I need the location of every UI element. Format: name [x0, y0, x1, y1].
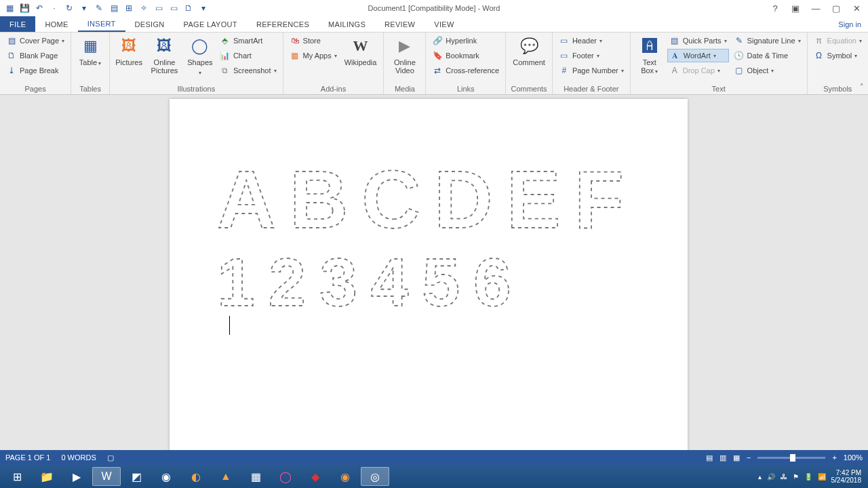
zoom-thumb[interactable]: [790, 454, 795, 462]
collapse-ribbon-icon[interactable]: ˄: [860, 83, 864, 92]
header-button[interactable]: ▭Header: [557, 34, 626, 47]
cover-page-button[interactable]: ▤Cover Page: [4, 34, 66, 47]
text-box-button[interactable]: 🅰Text Box: [635, 34, 665, 76]
status-bar: PAGE 1 OF 1 0 WORDS ▢ ▤ ▥ ▦ − + 100%: [0, 450, 868, 465]
status-proof-icon[interactable]: ▢: [107, 453, 114, 462]
view-read-icon[interactable]: ▤: [706, 453, 713, 462]
drop-cap-button[interactable]: ADrop Cap: [667, 64, 729, 77]
symbol-button[interactable]: ΩSymbol: [812, 49, 864, 62]
qa-icon-2[interactable]: ⊞: [123, 3, 134, 14]
zoom-level[interactable]: 100%: [844, 453, 863, 462]
ribbon-display-icon[interactable]: ▣: [787, 1, 804, 15]
zoom-slider[interactable]: [757, 457, 825, 459]
close-icon[interactable]: ✕: [848, 1, 865, 15]
cross-reference-button[interactable]: ⇄Cross-reference: [430, 64, 501, 77]
tray-show-hidden-icon[interactable]: ▴: [758, 473, 762, 481]
object-button[interactable]: ▢Object: [732, 64, 803, 77]
page-number-button[interactable]: #Page Number: [557, 64, 626, 77]
page-number-icon: #: [559, 65, 570, 76]
status-page[interactable]: PAGE 1 OF 1: [5, 453, 50, 462]
taskbar-app-icon[interactable]: ◩: [122, 467, 151, 486]
signature-line-button[interactable]: ✎Signature Line: [732, 34, 803, 47]
tray-clock[interactable]: 7:42 PM 5/24/2018: [831, 469, 862, 484]
date-time-button[interactable]: 🕓Date & Time: [732, 49, 803, 62]
online-video-button[interactable]: ▶Online Video: [388, 34, 421, 75]
tab-home[interactable]: HOME: [35, 16, 77, 32]
my-apps-button[interactable]: ▦My Apps: [288, 49, 339, 62]
taskbar-explorer-icon[interactable]: 📁: [33, 467, 61, 486]
screenshot-button[interactable]: ⧉Screenshot: [218, 64, 279, 77]
undo-icon[interactable]: ↶: [34, 3, 45, 14]
table-button[interactable]: ▦ Table: [75, 34, 105, 68]
view-web-icon[interactable]: ▦: [733, 453, 740, 462]
taskbar-editor-icon[interactable]: ▦: [241, 467, 270, 486]
textbox-icon: 🅰: [639, 35, 660, 57]
footer-button[interactable]: ▭Footer: [557, 49, 626, 62]
qa-dropdown-icon[interactable]: ▾: [79, 3, 90, 14]
start-button[interactable]: ⊞: [3, 467, 31, 486]
tab-design[interactable]: DESIGN: [125, 16, 174, 32]
label: Header: [572, 37, 597, 45]
tray-network-icon[interactable]: 🖧: [781, 473, 787, 481]
blank-page-button[interactable]: 🗋Blank Page: [4, 49, 66, 62]
video-icon: ▶: [394, 35, 416, 57]
qa-icon-5[interactable]: ▭: [168, 3, 179, 14]
comment-button[interactable]: 💬Comment: [510, 34, 548, 66]
tab-view[interactable]: VIEW: [425, 16, 463, 32]
chart-button[interactable]: 📊Chart: [218, 49, 279, 62]
qa-icon-1[interactable]: ▤: [108, 3, 119, 14]
new-doc-icon[interactable]: 🗋: [183, 3, 194, 14]
save-icon[interactable]: 💾: [19, 3, 30, 14]
tray-security-icon[interactable]: ⚑: [793, 473, 799, 481]
page-break-button[interactable]: ⤓Page Break: [4, 64, 66, 77]
pictures-button[interactable]: 🖼Pictures: [114, 34, 144, 66]
store-button[interactable]: 🛍Store: [288, 34, 339, 47]
zoom-out-icon[interactable]: −: [747, 453, 751, 462]
online-pictures-icon: 🖼: [153, 35, 175, 57]
taskbar-media-icon[interactable]: ▶: [62, 467, 91, 486]
word-app-icon: ▦: [4, 3, 15, 14]
taskbar-camera-icon[interactable]: ◎: [361, 467, 389, 486]
tray-battery-icon[interactable]: 🔋: [804, 473, 812, 481]
minimize-icon[interactable]: —: [807, 1, 825, 15]
tab-insert[interactable]: INSERT: [78, 16, 125, 32]
qa-more-icon[interactable]: ▾: [198, 3, 209, 14]
tab-references[interactable]: REFERENCES: [247, 16, 319, 32]
document-area[interactable]: ABCDEF 123456: [0, 95, 868, 450]
touch-mode-icon[interactable]: ✎: [94, 3, 104, 14]
taskbar-vlc-icon[interactable]: ▲: [212, 467, 240, 486]
qa-icon-3[interactable]: ✧: [138, 3, 149, 14]
hyperlink-button[interactable]: 🔗Hyperlink: [430, 34, 501, 47]
document-page[interactable]: ABCDEF 123456: [170, 99, 688, 450]
label: Cross-reference: [446, 66, 499, 75]
qa-icon-4[interactable]: ▭: [153, 3, 164, 14]
taskbar-firefox-icon[interactable]: ◉: [331, 467, 359, 486]
taskbar-uc-icon[interactable]: ◐: [182, 467, 210, 486]
maximize-icon[interactable]: ▢: [827, 1, 845, 15]
wikipedia-button[interactable]: WWikipedia: [342, 34, 380, 66]
bookmark-button[interactable]: 🔖Bookmark: [430, 49, 501, 62]
online-pictures-button[interactable]: 🖼Online Pictures: [146, 34, 182, 75]
smartart-button[interactable]: ⬘SmartArt: [218, 34, 279, 47]
tab-file[interactable]: FILE: [0, 16, 35, 32]
tab-mailings[interactable]: MAILINGS: [319, 16, 375, 32]
quick-parts-button[interactable]: ▤Quick Parts: [667, 34, 729, 47]
redo-icon[interactable]: ↻: [64, 3, 75, 14]
wordart-button[interactable]: 𝐀WordArt: [667, 49, 729, 62]
view-print-icon[interactable]: ▥: [719, 453, 726, 462]
taskbar-opera-icon[interactable]: ◯: [271, 467, 300, 486]
zoom-in-icon[interactable]: +: [832, 453, 836, 462]
help-icon[interactable]: ?: [766, 1, 784, 15]
taskbar-chrome-icon[interactable]: ◉: [152, 467, 180, 486]
status-words[interactable]: 0 WORDS: [61, 453, 96, 462]
tray-volume-icon[interactable]: 🔊: [767, 473, 775, 481]
tray-wifi-icon[interactable]: 📶: [818, 473, 826, 481]
taskbar-word-icon[interactable]: W: [92, 467, 121, 486]
tab-page-layout[interactable]: PAGE LAYOUT: [174, 16, 247, 32]
sign-in-link[interactable]: Sign in: [838, 16, 861, 32]
taskbar-pdf-icon[interactable]: ◆: [301, 467, 330, 486]
shapes-button[interactable]: ◯Shapes: [185, 34, 215, 77]
group-header-footer: ▭Header ▭Footer #Page Number Header & Fo…: [553, 33, 631, 94]
equation-button[interactable]: πEquation: [812, 34, 864, 47]
tab-review[interactable]: REVIEW: [375, 16, 425, 32]
